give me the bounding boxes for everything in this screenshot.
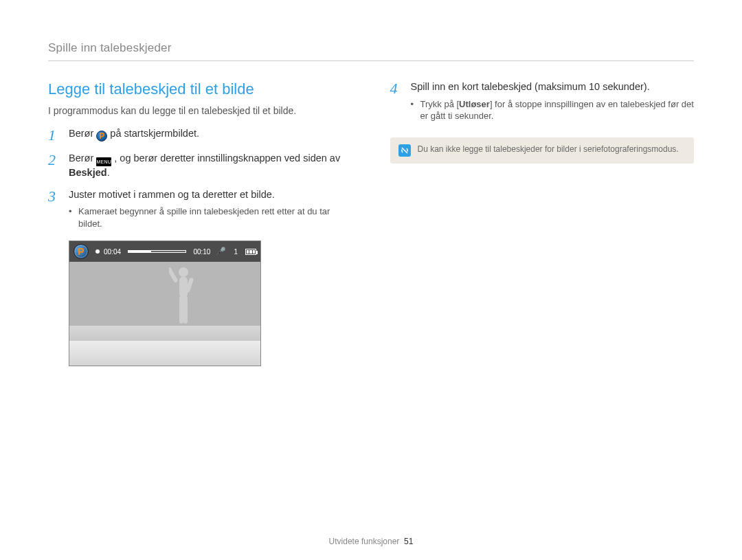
info-note: Du kan ikke legge til talebeskjeder for … (390, 137, 695, 164)
progress-bar (128, 250, 186, 253)
screenshot-preview (69, 262, 260, 341)
person-silhouette-icon (169, 265, 198, 328)
step-3: 3 Juster motivet i rammen og ta deretter… (48, 188, 352, 233)
info-note-text: Du kan ikke legge til talebeskjeder for … (418, 144, 679, 155)
manual-page: Spille inn talebeskjeder Legge til taleb… (0, 0, 742, 560)
steps-list-right: 4 Spill inn en kort talebeskjed (maksimu… (390, 80, 695, 125)
program-mode-icon: P (96, 131, 107, 142)
step-2-mid: , og berør deretter innstillingsknappen … (114, 153, 340, 164)
record-indicator-icon (95, 249, 100, 254)
step-body: Berør MENU , og berør deretter innstilli… (69, 152, 352, 180)
progress-bar-fill (128, 251, 151, 252)
svg-rect-4 (179, 296, 183, 324)
step-number: 1 (48, 127, 60, 144)
screenshot-toolbar (69, 341, 260, 366)
step-3-bullets: Kameraet begynner å spille inn talebeskj… (69, 205, 352, 229)
step-2-pre: Berør (69, 153, 96, 164)
svg-rect-2 (169, 267, 179, 284)
two-column-layout: Legge til talebeskjed til et bilde I pro… (48, 80, 694, 366)
battery-icon (245, 249, 256, 255)
right-column: 4 Spill inn en kort talebeskjed (maksimu… (390, 80, 695, 366)
svg-rect-1 (179, 277, 188, 298)
ground (69, 326, 260, 341)
svg-point-0 (179, 267, 188, 277)
step-4-bullet: Trykk på [Utløser] for å stoppe innspill… (411, 98, 695, 122)
step-4-text: Spill inn en kort talebeskjed (maksimum … (411, 81, 650, 92)
info-icon (398, 144, 411, 157)
step-number: 3 (48, 188, 60, 233)
step-body: Spill inn en kort talebeskjed (maksimum … (411, 80, 695, 125)
section-title: Legge til talebeskjed til et bilde (48, 80, 352, 98)
step-2-bold: Beskjed (69, 167, 107, 178)
program-mode-badge-icon: P (74, 244, 89, 259)
svg-rect-5 (183, 296, 188, 324)
step-2: 2 Berør MENU , og berør deretter innstil… (48, 152, 352, 180)
step-4-bullets: Trykk på [Utløser] for å stoppe innspill… (411, 98, 695, 122)
footer-section: Utvidete funksjoner (329, 537, 400, 546)
step-1-post: på startskjermbildet. (110, 128, 199, 139)
elapsed-time: 00:04 (104, 248, 121, 256)
step-4-bullet-pre: Trykk på [ (420, 99, 460, 109)
step-4-bullet-bold: Utløser (459, 99, 490, 109)
breadcrumb: Spille inn talebeskjeder (48, 41, 694, 61)
total-time: 00:10 (193, 248, 210, 256)
footer-page-number: 51 (404, 537, 413, 546)
step-1-pre: Berør (69, 128, 96, 139)
step-1: 1 Berør P på startskjermbildet. (48, 127, 352, 144)
left-column: Legge til talebeskjed til et bilde I pro… (48, 80, 352, 366)
step-2-post: . (107, 167, 110, 178)
step-number: 2 (48, 152, 60, 180)
shot-count: 1 (234, 248, 238, 256)
step-3-bullet: Kameraet begynner å spille inn talebeskj… (69, 205, 352, 229)
step-body: Juster motivet i rammen og ta deretter e… (69, 188, 352, 233)
step-body: Berør P på startskjermbildet. (69, 127, 352, 144)
menu-icon: MENU (96, 157, 111, 166)
steps-list: 1 Berør P på startskjermbildet. 2 Berør … (48, 127, 352, 232)
page-footer: Utvidete funksjoner 51 (0, 537, 742, 546)
step-number: 4 (390, 80, 403, 125)
screenshot-statusbar: P 00:04 00:10 🎤 1 (69, 241, 260, 262)
step-4: 4 Spill inn en kort talebeskjed (maksimu… (390, 80, 695, 125)
camera-screenshot: P 00:04 00:10 🎤 1 (69, 240, 261, 366)
section-lead: I programmodus kan du legge til en taleb… (48, 105, 352, 116)
microphone-icon: 🎤 (216, 247, 226, 256)
step-3-text: Juster motivet i rammen og ta deretter e… (69, 189, 275, 200)
